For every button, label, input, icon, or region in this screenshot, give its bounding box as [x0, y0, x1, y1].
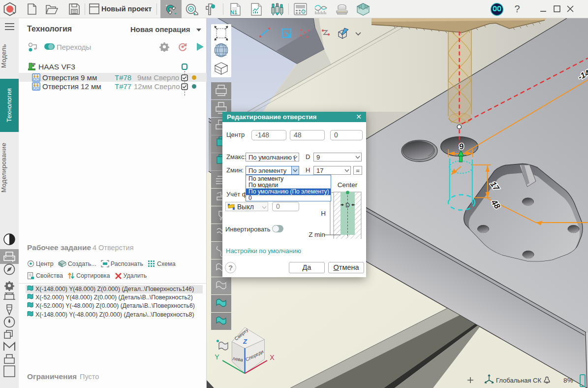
svg-text:H: H — [321, 210, 326, 217]
svg-text:D: D — [345, 202, 350, 209]
svg-text:Y: Y — [215, 353, 219, 361]
svg-text:Глобальная СК: Глобальная СК — [496, 377, 541, 384]
svg-text:Z: Z — [243, 338, 248, 345]
svg-text:8%: 8% — [563, 377, 573, 384]
svg-text:N1: N1 — [230, 9, 237, 15]
svg-text:Z min: Z min — [309, 231, 325, 238]
svg-text:Center: Center — [338, 181, 358, 189]
svg-text:X: X — [270, 354, 275, 361]
